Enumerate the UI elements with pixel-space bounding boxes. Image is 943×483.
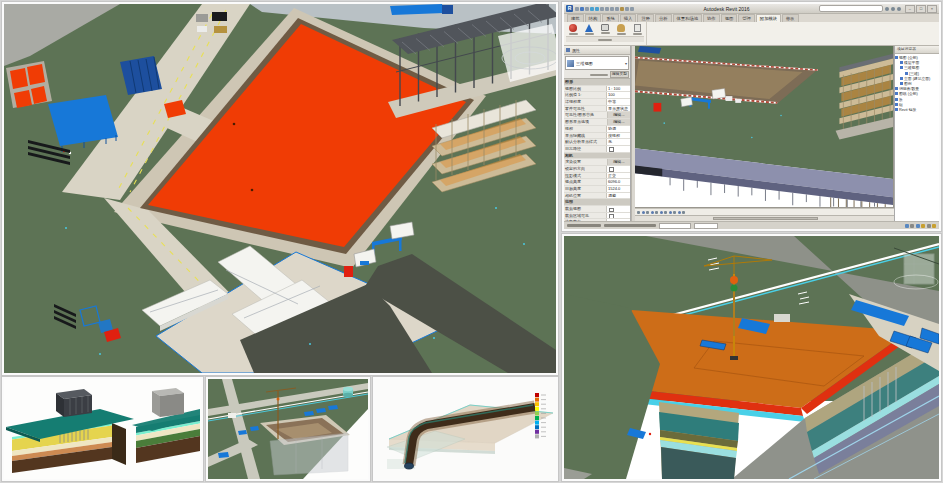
property-row[interactable]: 目标高度 1524.0 [564,186,630,193]
quick-access-icon[interactable] [580,7,584,11]
ribbon-tab[interactable]: 视图 [721,14,738,22]
quick-access-icon[interactable] [625,7,629,11]
status-icon[interactable] [932,224,936,228]
ribbon-button[interactable] [582,23,596,36]
property-row[interactable]: 锁定的方向 [564,166,630,173]
ribbon-tab[interactable]: 管理 [738,14,755,22]
property-row[interactable]: 日光路径 [564,146,630,153]
quick-access-icon[interactable] [610,7,614,11]
property-row[interactable]: 视点高度 6096.0 [564,179,630,186]
property-value[interactable]: 编辑... [607,112,630,118]
status-icon[interactable] [910,224,914,228]
app-menu-button[interactable]: R [566,5,573,12]
revit-3d-viewport[interactable] [635,46,894,208]
property-row[interactable]: 规程 协调 [564,126,630,133]
quick-access-icon[interactable] [605,7,609,11]
property-row[interactable]: 图形显示选项 编辑... [564,119,630,126]
status-icon[interactable] [927,224,931,228]
property-value[interactable]: 无 [606,139,630,145]
property-value[interactable]: 编辑... [607,119,630,125]
property-value[interactable]: 协调 [606,126,630,132]
view-control-icon[interactable] [669,211,672,214]
view-control-icon[interactable] [678,211,681,214]
quick-access-icon[interactable] [630,7,634,11]
ribbon-tab[interactable]: 建筑 [567,14,584,22]
status-icon[interactable] [916,224,920,228]
property-value[interactable] [606,146,630,152]
ribbon-button[interactable] [566,23,580,36]
property-value[interactable]: 1 : 100 [606,86,630,92]
property-row[interactable]: 裁剪区域可见 [564,213,630,220]
property-row[interactable]: 默认分析显示样式 无 [564,139,630,146]
window-button[interactable]: – [905,5,915,13]
ribbon-tab[interactable]: 修改 [782,14,799,22]
window-button[interactable]: □ [916,5,926,13]
property-value[interactable] [606,213,630,219]
property-value[interactable]: 按规程 [606,133,630,139]
infocenter-search-input[interactable] [819,5,883,12]
view-control-icon[interactable] [646,211,649,214]
worksets-box[interactable] [659,223,691,229]
ribbon-button[interactable] [630,23,644,36]
property-row[interactable]: 详细程度 中等 [564,99,630,106]
quick-access-icon[interactable] [620,7,624,11]
infocenter-icon[interactable] [885,7,889,11]
property-row[interactable]: 零件可见性 显示原状态 [564,106,630,113]
property-value[interactable]: 1524.0 [606,186,630,192]
property-value[interactable]: 正交 [606,173,630,179]
ribbon-tab[interactable]: 结构 [585,14,602,22]
property-value[interactable]: 100 [606,92,630,98]
infocenter-icon[interactable] [897,7,901,11]
horizontal-scrollbar[interactable] [635,215,894,221]
ribbon-tab[interactable]: 系统 [602,14,619,22]
property-value[interactable] [606,206,630,212]
property-row[interactable]: 裁剪视图 [564,206,630,213]
property-row[interactable]: 图形 [564,79,630,86]
quick-access-icon[interactable] [600,7,604,11]
ribbon-button[interactable] [614,23,628,36]
property-value[interactable]: 显示原状态 [606,106,630,112]
quick-access-icon[interactable] [615,7,619,11]
property-value[interactable] [606,219,630,221]
view-control-icon[interactable] [664,211,667,214]
property-row[interactable]: 可见性/图形替换 编辑... [564,112,630,119]
ribbon-tab[interactable]: 附加模块 [756,14,781,22]
ribbon-tab[interactable]: 插入 [620,14,637,22]
ribbon-tab[interactable]: 分析 [655,14,672,22]
property-value[interactable] [606,166,630,172]
property-value[interactable]: 6096.0 [606,179,630,185]
view-control-icon[interactable] [651,211,654,214]
ribbon-tab[interactable]: 协作 [703,14,720,22]
property-row[interactable]: 相机 [564,153,630,160]
ribbon-button[interactable] [598,23,612,36]
property-row[interactable]: 范围 [564,199,630,206]
property-row[interactable]: 渲染设置 编辑... [564,159,630,166]
infocenter-icon[interactable] [891,7,895,11]
view-control-icon[interactable] [682,211,685,214]
view-control-icon[interactable] [637,211,640,214]
type-selector[interactable]: 三维视图 ▾ [565,56,629,70]
window-button[interactable]: × [927,5,937,13]
property-row[interactable]: 相机位置 调整 [564,193,630,200]
quick-access-icon[interactable] [595,7,599,11]
ribbon-tab[interactable]: 体量和场地 [673,14,702,22]
property-value[interactable]: 编辑... [607,159,630,165]
view-control-icon[interactable] [642,211,645,214]
property-row[interactable]: 显示隐藏线 按规程 [564,133,630,140]
design-options-box[interactable] [694,223,718,229]
browser-tree-item[interactable]: Revit 链接 [895,107,939,112]
quick-access-icon[interactable] [575,7,579,11]
quick-access-icon[interactable] [585,7,589,11]
status-icon[interactable] [921,224,925,228]
property-row[interactable]: 投影模式 正交 [564,173,630,180]
property-row[interactable]: 视图比例 1 : 100 [564,86,630,93]
edit-type-button[interactable]: 编辑类型 [610,71,629,78]
ribbon-tab[interactable]: 注释 [637,14,654,22]
view-control-icon[interactable] [660,211,663,214]
property-value[interactable]: 调整 [606,193,630,199]
property-row[interactable]: 比例值 1: 100 [564,92,630,99]
property-value[interactable]: 中等 [606,99,630,105]
view-control-icon[interactable] [655,211,658,214]
view-control-icon[interactable] [673,211,676,214]
status-icon[interactable] [905,224,909,228]
